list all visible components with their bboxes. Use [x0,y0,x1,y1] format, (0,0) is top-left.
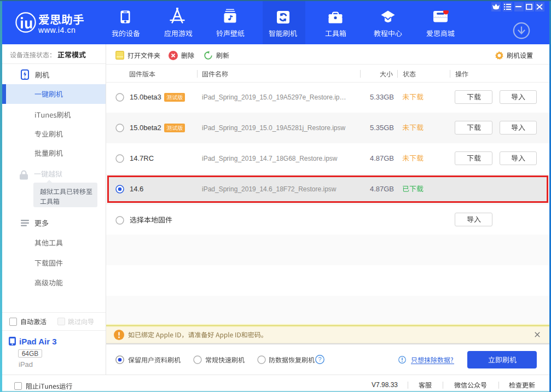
svg-text:?: ? [318,356,321,362]
